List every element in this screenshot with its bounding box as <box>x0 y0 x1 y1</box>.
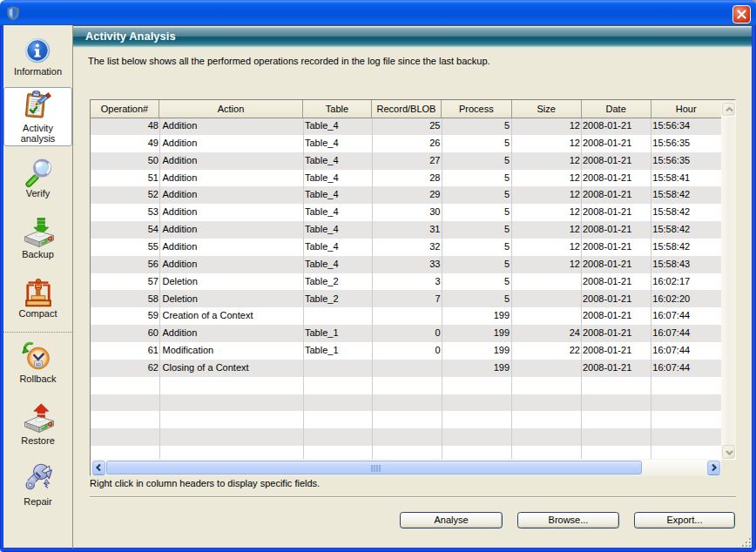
svg-text:011: 011 <box>36 363 41 367</box>
